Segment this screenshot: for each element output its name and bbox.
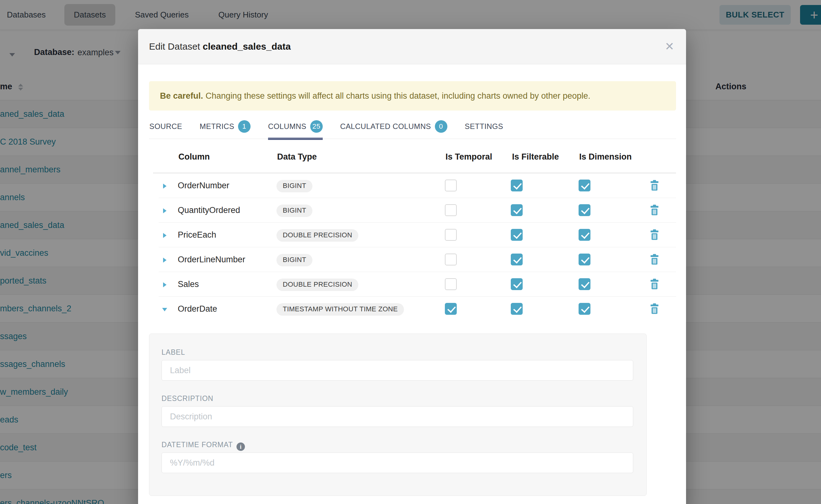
data-type-pill: BIGINT <box>276 254 312 266</box>
datetime-format-label: DATETIME FORMAT <box>161 441 233 449</box>
modal-header: Edit Dataset cleaned_sales_data ✕ <box>138 29 686 64</box>
is-dimension-checkbox[interactable] <box>579 204 591 216</box>
datetime-format-field-heading: DATETIME FORMATi <box>161 441 245 451</box>
calculated-columns-count-badge: 0 <box>435 120 448 133</box>
tab-metrics[interactable]: METRICS1 <box>200 120 250 140</box>
column-row: Sales DOUBLE PRECISION <box>159 272 676 297</box>
is-temporal-checkbox[interactable] <box>445 180 457 191</box>
expand-caret-icon[interactable] <box>163 184 166 189</box>
is-dimension-checkbox[interactable] <box>579 278 591 290</box>
tab-label: SOURCE <box>149 122 182 131</box>
tab-label: CALCULATED COLUMNS <box>340 122 431 131</box>
expand-caret-icon[interactable] <box>163 208 166 213</box>
dataset-name: cleaned_sales_data <box>203 41 291 52</box>
delete-column-trash-icon[interactable] <box>650 229 659 240</box>
column-row: QuantityOrdered BIGINT <box>159 198 676 223</box>
tab-source[interactable]: SOURCE <box>149 120 182 140</box>
info-icon[interactable]: i <box>236 442 245 451</box>
warning-text: Changing these settings will affect all … <box>205 91 591 101</box>
is-temporal-checkbox[interactable] <box>445 303 457 315</box>
is-dimension-checkbox[interactable] <box>579 180 591 191</box>
warning-bold-text: Be careful. <box>160 91 203 101</box>
tab-calculated-columns[interactable]: CALCULATED COLUMNS0 <box>340 120 448 140</box>
delete-column-trash-icon[interactable] <box>650 279 659 290</box>
is-filterable-header: Is Filterable <box>512 152 559 162</box>
is-temporal-checkbox[interactable] <box>445 229 457 241</box>
expand-caret-icon[interactable] <box>163 258 166 263</box>
data-type-pill: DOUBLE PRECISION <box>276 229 358 242</box>
column-name: OrderNumber <box>178 173 229 198</box>
edit-dataset-modal: Edit Dataset cleaned_sales_data ✕ Be car… <box>138 29 686 504</box>
columns-table: OrderNumber BIGINT QuantityOrdered BIGIN… <box>159 173 676 321</box>
column-name: PriceEach <box>178 223 216 247</box>
is-dimension-checkbox[interactable] <box>579 229 591 241</box>
column-header: Column <box>178 152 210 162</box>
is-temporal-checkbox[interactable] <box>445 278 457 290</box>
is-dimension-checkbox[interactable] <box>579 303 591 315</box>
column-row: OrderLineNumber BIGINT <box>159 247 676 272</box>
collapse-caret-icon[interactable] <box>162 308 167 311</box>
modal-tabs: SOURCE METRICS1 COLUMNS25 CALCULATED COL… <box>149 120 503 140</box>
column-row: PriceEach DOUBLE PRECISION <box>159 223 676 247</box>
delete-column-trash-icon[interactable] <box>650 254 659 265</box>
column-name: QuantityOrdered <box>178 198 240 222</box>
is-dimension-checkbox[interactable] <box>579 254 591 265</box>
description-input[interactable] <box>161 406 633 427</box>
tab-label: COLUMNS <box>268 122 306 131</box>
is-temporal-checkbox[interactable] <box>445 204 457 216</box>
delete-column-trash-icon[interactable] <box>650 205 659 216</box>
is-temporal-checkbox[interactable] <box>445 254 457 265</box>
columns-count-badge: 25 <box>310 120 323 133</box>
data-type-header: Data Type <box>277 152 317 162</box>
column-row-expanded: OrderDate TIMESTAMP WITHOUT TIME ZONE <box>159 297 676 321</box>
tab-label: SETTINGS <box>465 122 503 131</box>
delete-column-trash-icon[interactable] <box>650 303 659 314</box>
columns-table-header: Column Data Type Is Temporal Is Filterab… <box>138 152 686 171</box>
is-dimension-header: Is Dimension <box>579 152 632 162</box>
close-icon[interactable]: ✕ <box>665 29 674 64</box>
column-editor-panel: LABEL DESCRIPTION DATETIME FORMATi <box>149 334 647 496</box>
modal-title-prefix: Edit Dataset <box>149 41 203 52</box>
tabs-divider <box>149 139 676 139</box>
datetime-format-input[interactable] <box>161 452 633 473</box>
column-row: OrderNumber BIGINT <box>159 173 676 198</box>
is-temporal-header: Is Temporal <box>446 152 492 162</box>
tab-label: METRICS <box>200 122 234 131</box>
is-filterable-checkbox[interactable] <box>511 254 523 265</box>
label-field-heading: LABEL <box>161 348 185 357</box>
data-type-pill: DOUBLE PRECISION <box>276 279 358 291</box>
warning-banner: Be careful. Changing these settings will… <box>149 81 676 111</box>
is-filterable-checkbox[interactable] <box>511 278 523 290</box>
is-filterable-checkbox[interactable] <box>511 229 523 241</box>
data-type-pill: BIGINT <box>276 205 312 217</box>
column-name: Sales <box>178 272 199 296</box>
is-filterable-checkbox[interactable] <box>511 303 523 315</box>
metrics-count-badge: 1 <box>238 120 250 133</box>
modal-title: Edit Dataset cleaned_sales_data <box>149 29 291 64</box>
column-name: OrderDate <box>178 297 217 321</box>
label-input[interactable] <box>161 360 633 381</box>
column-name: OrderLineNumber <box>178 247 245 272</box>
data-type-pill: BIGINT <box>276 180 312 192</box>
tab-columns[interactable]: COLUMNS25 <box>268 120 323 140</box>
is-filterable-checkbox[interactable] <box>511 180 523 191</box>
expand-caret-icon[interactable] <box>163 233 166 238</box>
tab-settings[interactable]: SETTINGS <box>465 120 503 140</box>
expand-caret-icon[interactable] <box>163 282 166 287</box>
description-field-heading: DESCRIPTION <box>161 394 213 403</box>
data-type-pill: TIMESTAMP WITHOUT TIME ZONE <box>276 303 404 316</box>
delete-column-trash-icon[interactable] <box>650 180 659 191</box>
is-filterable-checkbox[interactable] <box>511 204 523 216</box>
